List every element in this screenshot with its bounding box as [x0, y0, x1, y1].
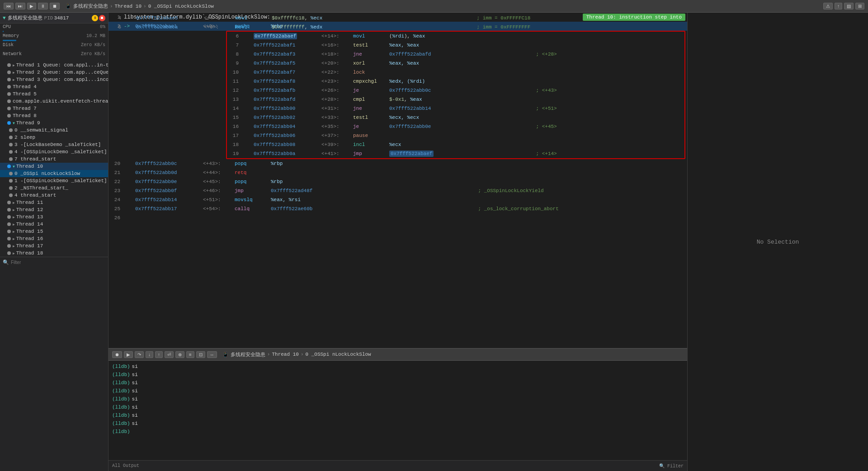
breadcrumb-icon: 📱	[65, 3, 71, 9]
debug-btn-8[interactable]: ↔	[207, 351, 217, 358]
pause-button[interactable]: ⏸	[92, 15, 98, 21]
sidebar-item-thread10-0[interactable]: 0 _OSSpi nLockLockSlow	[0, 170, 108, 177]
console-line-4: (lldb) si	[112, 387, 684, 395]
thread4-dot	[7, 85, 11, 89]
sidebar-item-thread10-2[interactable]: 2 _NSThread_start_	[0, 184, 108, 192]
debug-btn-step-into[interactable]: ↓	[146, 351, 153, 358]
asm-row-25: 25 0x7fff522abb17 <+54>: callq 0x7fff522…	[108, 204, 687, 213]
thread3-label: Thread 3 Queue: com.appl...incoming (ser…	[16, 77, 108, 82]
line-num-11: 11	[229, 79, 242, 84]
sidebar-filter-input[interactable]	[11, 260, 105, 265]
console-cmd-4: si	[132, 387, 138, 395]
line-num-14: 14	[229, 106, 242, 111]
offset-17: <+37>:	[321, 133, 353, 138]
toolbar-right-btn-3[interactable]: ▤	[844, 3, 854, 9]
toolbar-right-btn-4[interactable]: ⊞	[855, 3, 864, 9]
sidebar-item-thread12[interactable]: ▶ Thread 12	[0, 206, 108, 213]
sidebar-item-thread6[interactable]: com.apple.uikit.eventfetch-thread (6)	[0, 98, 108, 105]
debug-btn-step-over[interactable]: ↷	[135, 351, 144, 358]
thread9-0-dot	[9, 128, 13, 132]
sidebar-item-thread9-4[interactable]: 7 thread_start	[0, 155, 108, 163]
console-cmd-1: si	[132, 363, 138, 371]
sidebar-item-thread4[interactable]: Thread 4	[0, 83, 108, 90]
console-line-1: (lldb) si	[112, 363, 684, 371]
asm-row-10: 10 0x7fff522abaf7 <+22>: lock	[227, 68, 684, 77]
console-line-7: (lldb) si	[112, 411, 684, 419]
sidebar-item-thread15[interactable]: ▶ Thread 15	[0, 228, 108, 235]
sidebar-item-thread9[interactable]: ▼ Thread 9	[0, 119, 108, 127]
reg-11: %edx, (%rdi)	[389, 79, 425, 84]
thread10-0-label: 0 _OSSpi nLockLockSlow	[14, 171, 80, 176]
console-line-9: (lldb)	[112, 428, 684, 436]
sidebar-item-thread10-3[interactable]: 4 thread_start	[0, 192, 108, 199]
thread5-label: Thread 5	[13, 91, 37, 97]
line-num-5: 5	[111, 24, 125, 30]
process-triangle[interactable]: ▼	[3, 15, 6, 21]
debug-btn-play[interactable]: ▶	[124, 351, 133, 358]
toolbar-btn-1[interactable]: ⏮	[4, 3, 14, 9]
thread8-dot	[7, 114, 11, 118]
sidebar-item-thread2[interactable]: ▶ Thread 2 Queue: com.app...ceQueue (ser…	[0, 69, 108, 76]
line-num-23: 23	[110, 188, 124, 193]
sidebar-item-thread5[interactable]: Thread 5	[0, 90, 108, 98]
sidebar-item-thread1[interactable]: ▶ Thread 1 Queue: com.appl...in-thread (…	[0, 61, 108, 69]
thread15-triangle: ▶	[13, 230, 15, 234]
line-num-26: 26	[110, 215, 124, 221]
operand-8: 0x7fff522abafd	[389, 52, 536, 57]
toolbar-btn-2[interactable]: ⏭	[15, 3, 25, 9]
thread8-label: Thread 8	[13, 113, 37, 118]
sidebar-item-thread14[interactable]: ▶ Thread 14	[0, 221, 108, 228]
thread14-dot	[7, 222, 11, 226]
asm-row-9: 9 0x7fff522abaf5 <+20>: xorl %eax, %eax	[227, 59, 684, 68]
sidebar-item-thread11[interactable]: ▶ Thread 11	[0, 199, 108, 206]
debug-btn-7[interactable]: ⊡	[196, 351, 205, 358]
sidebar-item-thread16[interactable]: ▶ Thread 16	[0, 235, 108, 242]
sidebar-item-thread9-1[interactable]: 2 sleep	[0, 134, 108, 141]
comment-14: ; <+51>	[536, 106, 683, 111]
sidebar-item-thread9-2[interactable]: 3 -[LockBaseDemo _saleTicket]	[0, 141, 108, 148]
line-num-4: 4	[111, 15, 125, 21]
operand-15: %ecx, %ecx	[389, 115, 683, 120]
toolbar-right-btn-1[interactable]: ⚠	[823, 3, 833, 9]
cpu-bar	[3, 31, 4, 32]
sidebar-item-thread18[interactable]: ▶ Thread 18	[0, 250, 108, 257]
sidebar-item-thread3[interactable]: ▶ Thread 3 Queue: com.appl...incoming (s…	[0, 76, 108, 83]
sidebar-item-thread17[interactable]: ▶ Thread 17	[0, 242, 108, 250]
sidebar-item-thread10-1[interactable]: 1 -[OSSpinLockDemo _saleTicket]	[0, 177, 108, 184]
toolbar-right-btn-2[interactable]: ↑	[835, 3, 842, 9]
debug-btn-record[interactable]: ⏺	[112, 351, 122, 358]
toolbar-btn-4[interactable]: ⏸	[38, 3, 48, 9]
offset-9: <+20>:	[321, 61, 353, 66]
sidebar-item-thread10[interactable]: ▼ Thread 10	[0, 163, 108, 170]
addr-text-22: 0x7fff522abb0e	[135, 179, 177, 184]
thread9-4-dot	[9, 157, 13, 161]
stop-button[interactable]: ⏹	[99, 15, 105, 21]
asm-row-11: 11 0x7fff522abaf8 <+23>: cmpxchgl %edx, …	[227, 77, 684, 86]
debug-btn-return[interactable]: ⏎	[165, 351, 174, 358]
sidebar-item-thread9-3[interactable]: 4 -[OSSpinLockDemo _saleTicket]	[0, 148, 108, 155]
debug-btn-5[interactable]: ⊕	[175, 351, 184, 358]
thread7-label: Thread 7	[13, 106, 37, 111]
sidebar-item-thread9-0[interactable]: 0 __semwait_signal	[0, 127, 108, 134]
sidebar-filter-bar: 🔍	[0, 257, 108, 268]
reg-22: %rbp	[271, 179, 283, 184]
thread10-0-dot	[9, 172, 13, 175]
toolbar-btn-5[interactable]: ⏹	[50, 3, 60, 9]
sidebar-item-thread13[interactable]: ▶ Thread 13	[0, 213, 108, 221]
mnemonic-20: popq	[235, 161, 271, 166]
mnemonic-10: lock	[353, 70, 389, 75]
sidebar-item-thread8[interactable]: Thread 8	[0, 112, 108, 119]
debug-btn-6[interactable]: ≡	[186, 351, 194, 358]
addr-21: 0x7fff522abb0d	[135, 170, 203, 175]
thread3-triangle: ▶	[13, 78, 15, 82]
process-header: ▼ 多线程安全隐患 PID 34817 ⏸ ⏹	[0, 13, 108, 24]
thread10-label: Thread 10	[16, 164, 43, 169]
toolbar-btn-3[interactable]: ▶	[27, 3, 36, 9]
offset-19: <+41>:	[321, 151, 353, 156]
debug-btn-step-out[interactable]: ↑	[155, 351, 163, 358]
addr-text-8: 0x7fff522abaf3	[254, 52, 295, 57]
addr-text-13: 0x7fff522abafd	[254, 97, 295, 102]
asm-row-20: 20 0x7fff522abb0c <+43>: popq %rbp	[108, 159, 687, 168]
sidebar-item-thread7[interactable]: Thread 7	[0, 105, 108, 112]
comment-25: ; _os_lock_corruption_abort	[478, 206, 686, 212]
